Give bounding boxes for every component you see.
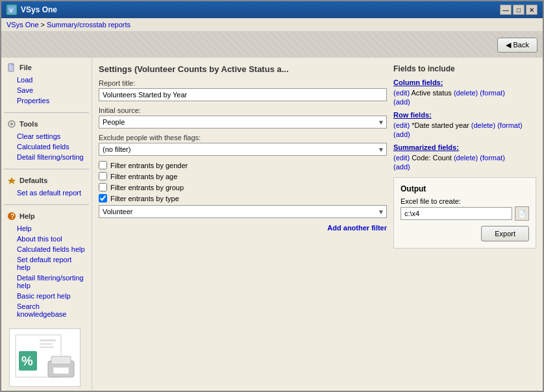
sidebar-save[interactable]: Save: [4, 85, 89, 95]
exclude-flags-select[interactable]: (no filter) Active Inactive: [99, 143, 387, 156]
column-add-link[interactable]: (add): [393, 98, 536, 106]
row-fields-block: Row fields: (edit) *Date started year (d…: [393, 111, 536, 138]
sidebar-defaults-label: Defaults: [19, 177, 47, 184]
filter-age-row: Filter entrants by age: [99, 172, 387, 180]
filter-gender-checkbox[interactable]: [99, 161, 107, 169]
initial-source-select[interactable]: People Volunteers Staff Clients: [99, 116, 387, 129]
filter-type-checkbox[interactable]: [99, 194, 107, 202]
sum-add-link[interactable]: (add): [393, 163, 536, 171]
exclude-flags-label: Exclude people with these flags:: [99, 134, 387, 141]
defaults-icon: [6, 175, 17, 186]
content-area: Settings (Volunteer Counts by Active Sta…: [92, 58, 543, 391]
filter-type-row: Filter entrants by type: [99, 194, 387, 202]
maximize-button[interactable]: □: [513, 5, 525, 15]
initial-source-wrapper: People Volunteers Staff Clients ▼: [99, 116, 387, 129]
sum-field-row: (edit) Code: Count (delete) (format): [393, 154, 536, 162]
sidebar-properties[interactable]: Properties: [4, 95, 89, 106]
excel-path-input[interactable]: [401, 207, 512, 220]
fields-title: Fields to include: [393, 64, 536, 73]
sidebar-calc-help[interactable]: Calculated fields help: [4, 244, 89, 254]
column-edit-link[interactable]: (edit): [393, 89, 410, 97]
sum-format-link[interactable]: (format): [480, 154, 505, 162]
filter-group-row: Filter entrants by group: [99, 183, 387, 191]
browse-button[interactable]: 📄: [515, 206, 529, 221]
row-delete-link[interactable]: (delete): [471, 121, 495, 129]
sidebar-basic-help[interactable]: Basic report help: [4, 291, 89, 301]
close-button[interactable]: ✕: [526, 5, 538, 15]
type-filter-select[interactable]: Volunteer Staff Client: [99, 205, 387, 218]
sidebar-set-default[interactable]: Set as default report: [4, 188, 89, 198]
excel-label: Excel file to create:: [401, 197, 529, 205]
sidebar-detail-help[interactable]: Detail filtering/sorting help: [4, 273, 89, 291]
svg-rect-15: [51, 356, 71, 364]
filter-type-label: Filter entrants by type: [110, 195, 179, 202]
pattern-header: ◀ Back: [1, 32, 543, 58]
tools-icon: [6, 119, 17, 129]
svg-rect-13: [40, 347, 54, 348]
output-title: Output: [401, 184, 529, 193]
row-field-row: (edit) *Date started year (delete) (form…: [393, 121, 536, 129]
add-filter-link[interactable]: Add another filter: [327, 224, 387, 232]
sum-delete-link[interactable]: (delete): [454, 154, 478, 162]
exclude-flags-wrapper: (no filter) Active Inactive ▼: [99, 143, 387, 156]
filter-age-checkbox[interactable]: [99, 172, 107, 180]
back-button[interactable]: ◀ Back: [497, 38, 538, 53]
column-format-link[interactable]: (format): [480, 89, 505, 97]
sidebar-tools-label: Tools: [19, 120, 38, 128]
sidebar-help[interactable]: Help: [4, 223, 89, 234]
svg-text:%: %: [21, 354, 33, 368]
app-title: VSys One: [21, 5, 57, 14]
svg-rect-11: [40, 339, 56, 341]
sidebar-default-help[interactable]: Set default report help: [4, 254, 89, 273]
back-label: Back: [513, 41, 529, 49]
sidebar-detail-filtering[interactable]: Detail filtering/sorting: [4, 152, 89, 162]
row-format-link[interactable]: (format): [497, 121, 523, 129]
minimize-button[interactable]: —: [500, 5, 512, 15]
sidebar-clear-settings[interactable]: Clear settings: [4, 131, 89, 141]
sidebar-file-header: File: [4, 60, 89, 75]
back-icon: ◀: [506, 41, 511, 49]
sidebar-about[interactable]: About this tool: [4, 234, 89, 244]
sidebar-knowledgebase[interactable]: Search knowledgebase: [4, 301, 89, 319]
settings-title: Settings (Volunteer Counts by Active Sta…: [99, 64, 387, 74]
sidebar-file-label: File: [19, 64, 32, 71]
breadcrumb-current[interactable]: Summary/crosstab reports: [47, 21, 130, 29]
sidebar-load[interactable]: Load: [4, 75, 89, 85]
sidebar-section-defaults: Defaults Set as default report: [4, 173, 89, 198]
report-title-label: Report title:: [99, 79, 387, 87]
filter-age-label: Filter entrants by age: [110, 173, 177, 180]
sum-edit-link[interactable]: (edit): [393, 154, 410, 162]
initial-source-label: Initial source:: [99, 106, 387, 114]
breadcrumb-separator: >: [39, 21, 47, 29]
report-title-input[interactable]: [99, 88, 387, 101]
breadcrumb-root[interactable]: VSys One: [6, 21, 39, 29]
row-edit-link[interactable]: (edit): [393, 121, 410, 129]
export-row: Export: [401, 226, 529, 241]
thumbnail-area: %: [4, 323, 89, 391]
settings-panel: Settings (Volunteer Counts by Active Sta…: [99, 64, 387, 384]
export-button[interactable]: Export: [481, 226, 529, 241]
column-delete-link[interactable]: (delete): [454, 89, 478, 97]
row-fields-label: Row fields:: [393, 111, 536, 119]
filter-group-checkbox[interactable]: [99, 183, 107, 191]
row-add-link[interactable]: (add): [393, 130, 536, 138]
sidebar-calculated-fields[interactable]: Calculated fields: [4, 141, 89, 152]
help-icon: ?: [6, 211, 17, 221]
browse-icon: 📄: [518, 210, 526, 217]
filter-group-label: Filter entrants by group: [110, 184, 184, 191]
filter-gender-row: Filter entrants by gender: [99, 161, 387, 169]
filter-gender-label: Filter entrants by gender: [110, 162, 188, 169]
svg-point-4: [10, 123, 13, 125]
sidebar-defaults-header: Defaults: [4, 173, 89, 188]
file-icon: [6, 62, 17, 73]
sidebar-help-label: Help: [19, 212, 35, 220]
excel-input-row: 📄: [401, 206, 529, 221]
sum-fields-label: Summarized fields:: [393, 143, 536, 151]
svg-rect-12: [40, 343, 53, 345]
output-panel: Output Excel file to create: 📄 Export: [393, 177, 536, 249]
sidebar-help-header: ? Help: [4, 209, 89, 223]
svg-marker-5: [8, 177, 16, 184]
report-thumbnail: %: [9, 328, 80, 387]
fields-panel: Fields to include Column fields: (edit) …: [393, 64, 536, 171]
breadcrumb: VSys One > Summary/crosstab reports: [1, 18, 543, 32]
